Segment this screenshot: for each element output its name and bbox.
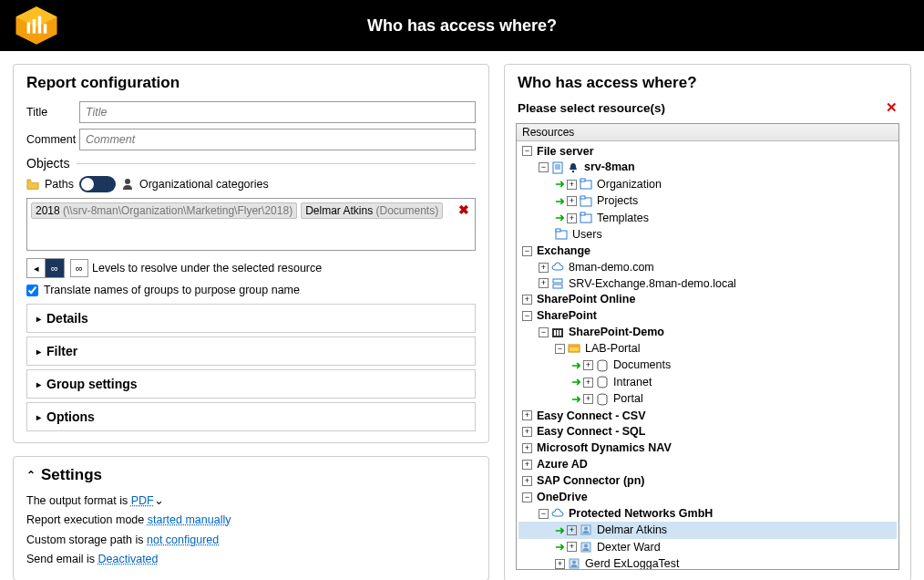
expander-icon[interactable]: + [583, 394, 593, 404]
tree-node-label: SharePoint Online [535, 292, 637, 307]
sp-icon [551, 326, 564, 339]
expander-icon[interactable]: + [539, 263, 549, 273]
svg-rect-17 [580, 212, 585, 215]
expander-icon[interactable]: − [539, 509, 549, 519]
send-email-link[interactable]: Deactivated [98, 553, 159, 565]
tree-node[interactable]: −LAB-Portal [518, 341, 897, 357]
resource-tree[interactable]: Resources −File server−srv-8man➜+Organiz… [516, 123, 899, 570]
tree-node[interactable]: ➜+Organization [518, 176, 897, 193]
level-prev-button[interactable]: ◂ [27, 259, 46, 277]
tree-node[interactable]: −SharePoint [518, 308, 897, 325]
tree-node[interactable]: ➜+Delmar Atkins [518, 522, 897, 539]
expander-icon[interactable]: + [567, 542, 577, 552]
expander-icon[interactable]: + [539, 278, 549, 288]
expander-icon[interactable]: − [522, 146, 532, 156]
tree-node-label: Documents [611, 357, 672, 373]
storage-path-text: Custom storage path is [26, 533, 147, 546]
tree-node[interactable]: +Easy Connect - SQL [518, 424, 897, 440]
expander-icon[interactable]: + [583, 378, 593, 388]
tree-node[interactable]: ➜+Templates [518, 210, 897, 227]
tree-node[interactable]: +SRV-Exchange.8man-demo.local [518, 275, 897, 292]
accordion-options[interactable]: Options [27, 403, 475, 430]
close-icon[interactable]: ✕ [886, 99, 898, 116]
tree-node[interactable]: +Easy Connect - CSV [518, 408, 897, 424]
comment-label: Comment [26, 133, 79, 146]
tree-node[interactable]: −Exchange [518, 243, 897, 259]
tree-node[interactable]: Users [518, 226, 897, 243]
translate-label: Translate names of groups to purpose gro… [44, 284, 300, 296]
object-chip[interactable]: Delmar Atkins (Documents) [301, 202, 443, 219]
expander-icon[interactable]: + [522, 443, 532, 453]
levels-text: Levels to resolve under the selected res… [92, 262, 322, 274]
tree-node[interactable]: +Microsoft Dynamics NAV [518, 440, 897, 457]
tree-node[interactable]: ➜+Projects [518, 192, 897, 210]
tree-node-label: Easy Connect - SQL [535, 424, 647, 440]
object-chip[interactable]: 2018 (\\srv-8man\Organization\Marketing\… [31, 202, 297, 219]
expander-icon[interactable]: + [567, 196, 577, 206]
expander-icon[interactable]: − [539, 162, 549, 172]
svg-rect-25 [560, 330, 561, 336]
expander-icon[interactable]: − [522, 311, 532, 321]
expander-icon[interactable]: + [522, 410, 532, 420]
level-infinity-button[interactable]: ∞ [46, 259, 64, 277]
tree-node[interactable]: −Protected Networks GmbH [518, 505, 897, 522]
expander-icon[interactable]: − [522, 246, 532, 256]
settings-title[interactable]: Settings [14, 457, 488, 488]
expander-icon[interactable]: + [522, 427, 532, 437]
exec-mode-link[interactable]: started manually [148, 513, 231, 526]
comment-input[interactable] [79, 129, 476, 150]
expander-icon[interactable]: + [522, 295, 532, 305]
expander-icon[interactable]: + [567, 213, 577, 223]
objects-box[interactable]: 2018 (\\srv-8man\Organization\Marketing\… [26, 198, 476, 251]
tree-node[interactable]: ➜+Documents [518, 357, 897, 374]
cloud-icon [551, 261, 564, 274]
tree-node[interactable]: −srv-8man [518, 160, 897, 176]
resource-subtitle: Please select resource(s) [518, 101, 665, 115]
tree-node[interactable]: +SAP Connector (pn) [518, 473, 897, 490]
expander-icon[interactable]: − [522, 492, 532, 502]
expander-icon[interactable]: + [567, 525, 577, 535]
tree-node[interactable]: +Gerd ExLoggaTest [518, 555, 897, 570]
accordion-group-settings[interactable]: Group settings [27, 370, 475, 398]
paths-toggle[interactable] [79, 176, 116, 192]
translate-checkbox[interactable] [26, 285, 38, 296]
expander-icon[interactable]: − [539, 327, 549, 337]
tree-node-label: Projects [595, 193, 640, 209]
arrow-right-icon: ➜ [555, 523, 565, 539]
folder-icon [580, 195, 592, 208]
tree-node[interactable]: +Azure AD [518, 457, 897, 473]
remove-objects-icon[interactable]: ✖ [458, 202, 469, 217]
expander-icon[interactable]: + [567, 180, 577, 190]
tree-node[interactable]: +SharePoint Online [518, 292, 897, 308]
storage-path-link[interactable]: not configured [147, 533, 219, 546]
accordion-filter[interactable]: Filter [27, 337, 475, 365]
expander-icon[interactable]: − [555, 344, 565, 354]
expander-icon[interactable]: + [522, 460, 532, 470]
accordion-details[interactable]: Details [27, 305, 475, 332]
tree-node[interactable]: ➜+Dexter Ward [518, 539, 897, 556]
objects-label: Objects [26, 156, 69, 171]
expander-icon[interactable]: + [555, 559, 565, 569]
folder-icon [555, 228, 568, 241]
tree-node-label: Azure AD [535, 457, 590, 472]
tree-node[interactable]: −File server [518, 143, 897, 160]
exec-mode-text: Report execution mode [26, 513, 148, 526]
svg-point-6 [125, 179, 130, 184]
arrow-right-icon: ➜ [571, 391, 581, 408]
output-format-link[interactable]: PDF [131, 494, 154, 507]
arrow-right-icon: ➜ [555, 210, 565, 226]
arrow-right-icon: ➜ [555, 539, 565, 555]
tree-node[interactable]: ➜+Intranet [518, 374, 897, 391]
title-input[interactable] [79, 101, 476, 123]
expander-icon[interactable]: + [583, 360, 593, 370]
folder-icon [580, 178, 592, 191]
tree-node[interactable]: ➜+Portal [518, 390, 897, 408]
tree-node-label: SRV-Exchange.8man-demo.local [567, 276, 738, 292]
level-loop-button[interactable]: ∞ [70, 259, 88, 277]
svg-rect-27 [569, 345, 580, 347]
tree-node-label: Portal [611, 391, 645, 407]
expander-icon[interactable]: + [522, 476, 532, 486]
tree-node[interactable]: −OneDrive [518, 489, 897, 505]
tree-node[interactable]: −SharePoint-Demo [518, 325, 897, 341]
tree-node[interactable]: +8man-demo.com [518, 259, 897, 275]
